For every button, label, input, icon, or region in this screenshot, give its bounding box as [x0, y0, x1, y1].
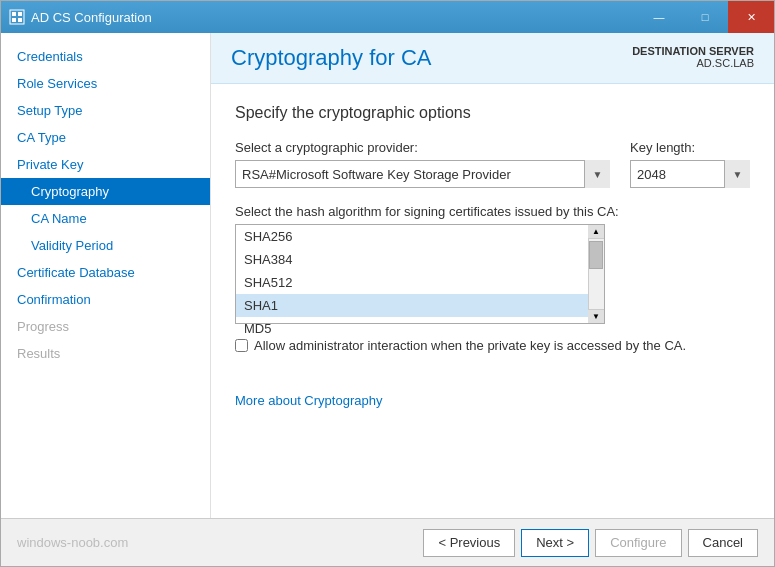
hash-item-sha1[interactable]: SHA1	[236, 294, 588, 317]
hash-item-sha384[interactable]: SHA384	[236, 248, 588, 271]
destination-label: DESTINATION SERVER	[632, 45, 754, 57]
sidebar-item-certificate-database[interactable]: Certificate Database	[1, 259, 210, 286]
hash-list-container: SHA256SHA384SHA512SHA1MD5 ▲ ▼	[235, 224, 605, 324]
hash-item-sha256[interactable]: SHA256	[236, 225, 588, 248]
provider-group: Select a cryptographic provider: RSA#Mic…	[235, 140, 610, 188]
sidebar: CredentialsRole ServicesSetup TypeCA Typ…	[1, 33, 211, 518]
next-button[interactable]: Next >	[521, 529, 589, 557]
main-panel: Cryptography for CA DESTINATION SERVER A…	[211, 33, 774, 518]
hash-list: SHA256SHA384SHA512SHA1MD5	[236, 225, 588, 340]
provider-label: Select a cryptographic provider:	[235, 140, 610, 155]
configure-button[interactable]: Configure	[595, 529, 681, 557]
window-title: AD CS Configuration	[31, 10, 152, 25]
sidebar-item-ca-name[interactable]: CA Name	[1, 205, 210, 232]
hash-item-md5[interactable]: MD5	[236, 317, 588, 340]
title-bar-left: AD CS Configuration	[9, 9, 152, 25]
key-length-group: Key length: 512102420484096 ▼	[630, 140, 750, 188]
scroll-up-button[interactable]: ▲	[588, 225, 604, 239]
key-length-select[interactable]: 512102420484096	[630, 160, 750, 188]
previous-button[interactable]: < Previous	[423, 529, 515, 557]
title-bar: AD CS Configuration — □ ✕	[1, 1, 774, 33]
main-window: AD CS Configuration — □ ✕ CredentialsRol…	[0, 0, 775, 567]
sidebar-item-ca-type[interactable]: CA Type	[1, 124, 210, 151]
key-length-label: Key length:	[630, 140, 750, 155]
sidebar-item-credentials[interactable]: Credentials	[1, 43, 210, 70]
provider-row: Select a cryptographic provider: RSA#Mic…	[235, 140, 750, 188]
scroll-down-button[interactable]: ▼	[588, 309, 604, 323]
more-about-cryptography-link[interactable]: More about Cryptography	[235, 393, 382, 408]
svg-rect-2	[18, 12, 22, 16]
cancel-button[interactable]: Cancel	[688, 529, 758, 557]
svg-rect-1	[12, 12, 16, 16]
footer-buttons: < Previous Next > Configure Cancel	[423, 529, 758, 557]
svg-rect-4	[18, 18, 22, 22]
provider-select-wrapper: RSA#Microsoft Software Key Storage Provi…	[235, 160, 610, 188]
checkbox-row: Allow administrator interaction when the…	[235, 338, 750, 353]
section-title: Specify the cryptographic options	[235, 104, 750, 122]
hash-item-sha512[interactable]: SHA512	[236, 271, 588, 294]
key-length-select-wrapper: 512102420484096 ▼	[630, 160, 750, 188]
maximize-button[interactable]: □	[682, 1, 728, 33]
scroll-thumb[interactable]	[589, 241, 603, 269]
sidebar-item-setup-type[interactable]: Setup Type	[1, 97, 210, 124]
hash-label: Select the hash algorithm for signing ce…	[235, 204, 750, 219]
sidebar-item-confirmation[interactable]: Confirmation	[1, 286, 210, 313]
minimize-button[interactable]: —	[636, 1, 682, 33]
svg-rect-3	[12, 18, 16, 22]
sidebar-item-private-key[interactable]: Private Key	[1, 151, 210, 178]
sidebar-item-results: Results	[1, 340, 210, 367]
checkbox-label[interactable]: Allow administrator interaction when the…	[254, 338, 686, 353]
footer: windows-noob.com < Previous Next > Confi…	[1, 518, 774, 566]
sidebar-item-progress: Progress	[1, 313, 210, 340]
main-header: Cryptography for CA DESTINATION SERVER A…	[211, 33, 774, 84]
admin-interaction-checkbox[interactable]	[235, 339, 248, 352]
destination-value: AD.SC.LAB	[697, 57, 754, 69]
more-link-container: More about Cryptography	[235, 393, 750, 408]
close-button[interactable]: ✕	[728, 1, 774, 33]
provider-select[interactable]: RSA#Microsoft Software Key Storage Provi…	[235, 160, 610, 188]
window-controls: — □ ✕	[636, 1, 774, 33]
sidebar-item-validity-period[interactable]: Validity Period	[1, 232, 210, 259]
sidebar-item-role-services[interactable]: Role Services	[1, 70, 210, 97]
main-body: Specify the cryptographic options Select…	[211, 84, 774, 518]
destination-server-block: DESTINATION SERVER AD.SC.LAB	[632, 45, 754, 69]
hash-section: Select the hash algorithm for signing ce…	[235, 204, 750, 324]
content-area: CredentialsRole ServicesSetup TypeCA Typ…	[1, 33, 774, 518]
watermark: windows-noob.com	[17, 535, 128, 550]
sidebar-item-cryptography[interactable]: Cryptography	[1, 178, 210, 205]
app-icon	[9, 9, 25, 25]
scrollbar-track: ▲ ▼	[588, 225, 604, 323]
page-title: Cryptography for CA	[231, 45, 432, 71]
